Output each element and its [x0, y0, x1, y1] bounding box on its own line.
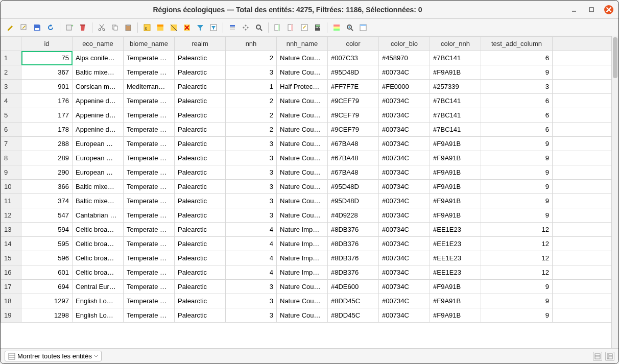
- cell-test_add_column[interactable]: 6: [481, 51, 553, 65]
- cell-nnh[interactable]: 3: [226, 294, 277, 308]
- cell-realm[interactable]: Palearctic: [175, 65, 226, 80]
- multi-edit-icon[interactable]: [18, 21, 30, 34]
- cell-test_add_column[interactable]: 12: [481, 223, 553, 237]
- table-row[interactable]: 13594Celtic broa…Temperate …Palearctic4N…: [1, 223, 618, 237]
- filter-form-icon[interactable]: [207, 21, 220, 34]
- cell-blank[interactable]: [553, 237, 618, 251]
- cell-blank[interactable]: [553, 123, 618, 137]
- cell-id[interactable]: 176: [21, 94, 73, 108]
- cell-biome_name[interactable]: Temperate …: [124, 165, 175, 180]
- cell-test_add_column[interactable]: 6: [481, 108, 553, 123]
- col-header-nnh_name[interactable]: nnh_name: [277, 37, 328, 51]
- cell-nnh[interactable]: 3: [226, 194, 277, 208]
- cell-eco_name[interactable]: Appenine d…: [73, 94, 124, 108]
- cell-color[interactable]: #9CEF79: [328, 123, 379, 137]
- cell-test_add_column[interactable]: 12: [481, 237, 553, 251]
- table-row[interactable]: 17694Central Eur…Temperate …Palearctic3N…: [1, 280, 618, 294]
- cell-biome_name[interactable]: Temperate …: [124, 308, 175, 323]
- cell-realm[interactable]: Palearctic: [175, 280, 226, 294]
- cell-color[interactable]: #95D48D: [328, 194, 379, 208]
- table-row[interactable]: 175Alps conife…Temperate …Palearctic2Nat…: [1, 51, 618, 65]
- cell-color[interactable]: #67BA48: [328, 165, 379, 180]
- cell-nnh[interactable]: 3: [226, 308, 277, 323]
- cell-realm[interactable]: Palearctic: [175, 208, 226, 223]
- table-container[interactable]: id eco_name biome_name realm nnh nnh_nam…: [1, 36, 618, 348]
- row-header[interactable]: 4: [1, 94, 21, 108]
- cell-blank[interactable]: [553, 251, 618, 265]
- cell-eco_name[interactable]: European …: [73, 151, 124, 165]
- cell-id[interactable]: 596: [21, 251, 73, 265]
- cell-color[interactable]: #8DB376: [328, 265, 379, 280]
- cell-id[interactable]: 601: [21, 265, 73, 280]
- cell-color[interactable]: #8DB376: [328, 223, 379, 237]
- edit-pencil-icon[interactable]: [5, 21, 17, 34]
- cell-realm[interactable]: Palearctic: [175, 294, 226, 308]
- dock-icon[interactable]: [357, 21, 369, 34]
- cell-biome_name[interactable]: Temperate …: [124, 223, 175, 237]
- table-row[interactable]: 15596Celtic broa…Temperate …Palearctic4N…: [1, 251, 618, 265]
- row-header[interactable]: 1: [1, 51, 21, 65]
- cell-color_nnh[interactable]: #EE1E23: [430, 251, 481, 265]
- row-header[interactable]: 6: [1, 123, 21, 137]
- cell-nnh_name[interactable]: Nature Cou…: [277, 65, 328, 80]
- attribute-table[interactable]: id eco_name biome_name realm nnh nnh_nam…: [1, 36, 618, 323]
- cell-id[interactable]: 595: [21, 237, 73, 251]
- row-header[interactable]: 18: [1, 294, 21, 308]
- cell-test_add_column[interactable]: 9: [481, 294, 553, 308]
- row-header[interactable]: 2: [1, 65, 21, 80]
- cell-nnh[interactable]: 3: [226, 208, 277, 223]
- cell-color_bio[interactable]: #00734C: [379, 251, 430, 265]
- table-row[interactable]: 4176Appenine d…Temperate …Palearctic2Nat…: [1, 94, 618, 108]
- cell-id[interactable]: 374: [21, 194, 73, 208]
- expression-select-icon[interactable]: ε: [141, 21, 153, 34]
- new-column-icon[interactable]: [272, 21, 284, 34]
- cell-color[interactable]: #8DB376: [328, 251, 379, 265]
- cell-color_bio[interactable]: #FE0000: [379, 80, 430, 94]
- cell-id[interactable]: 75: [21, 51, 73, 65]
- cell-color_nnh[interactable]: #EE1E23: [430, 265, 481, 280]
- cell-nnh_name[interactable]: Nature Cou…: [277, 208, 328, 223]
- save-icon[interactable]: [31, 21, 43, 34]
- cell-test_add_column[interactable]: 9: [481, 280, 553, 294]
- cell-color[interactable]: #95D48D: [328, 180, 379, 194]
- cell-realm[interactable]: Palearctic: [175, 165, 226, 180]
- cell-color_nnh[interactable]: #7BC141: [430, 94, 481, 108]
- cell-blank[interactable]: [553, 265, 618, 280]
- vertical-scrollbar[interactable]: [611, 36, 618, 348]
- form-view-icon[interactable]: [605, 352, 614, 361]
- cell-eco_name[interactable]: English Lo…: [73, 294, 124, 308]
- cell-biome_name[interactable]: Temperate …: [124, 108, 175, 123]
- cell-realm[interactable]: Palearctic: [175, 308, 226, 323]
- show-entities-dropdown[interactable]: Montrer toutes les entités: [5, 351, 102, 361]
- cell-color_bio[interactable]: #00734C: [379, 123, 430, 137]
- cell-biome_name[interactable]: Temperate …: [124, 265, 175, 280]
- cell-nnh_name[interactable]: Nature Cou…: [277, 108, 328, 123]
- conditional-format-icon[interactable]: [330, 21, 343, 34]
- cell-color[interactable]: #8DD45C: [328, 308, 379, 323]
- row-header[interactable]: 9: [1, 165, 21, 180]
- cell-id[interactable]: 288: [21, 137, 73, 151]
- table-row[interactable]: 10366Baltic mixe…Temperate …Palearctic3N…: [1, 180, 618, 194]
- row-header[interactable]: 11: [1, 194, 21, 208]
- table-row[interactable]: 2367Baltic mixe…Temperate …Palearctic3Na…: [1, 65, 618, 80]
- row-header[interactable]: 3: [1, 80, 21, 94]
- cell-nnh[interactable]: 4: [226, 237, 277, 251]
- cell-nnh_name[interactable]: Nature Imp…: [277, 251, 328, 265]
- col-header-id[interactable]: id: [21, 37, 73, 51]
- corner-header[interactable]: [1, 37, 21, 51]
- cell-nnh[interactable]: 3: [226, 137, 277, 151]
- cell-biome_name[interactable]: Temperate …: [124, 237, 175, 251]
- cell-color_bio[interactable]: #00734C: [379, 194, 430, 208]
- cell-nnh[interactable]: 1: [226, 80, 277, 94]
- row-header[interactable]: 14: [1, 237, 21, 251]
- col-header-eco_name[interactable]: eco_name: [73, 37, 124, 51]
- col-header-color_bio[interactable]: color_bio: [379, 37, 430, 51]
- cut-icon[interactable]: [96, 21, 108, 34]
- cell-color[interactable]: #67BA48: [328, 137, 379, 151]
- cell-id[interactable]: 367: [21, 65, 73, 80]
- table-view-icon[interactable]: [593, 352, 602, 361]
- cell-nnh[interactable]: 3: [226, 165, 277, 180]
- cell-realm[interactable]: Palearctic: [175, 94, 226, 108]
- cell-eco_name[interactable]: Celtic broa…: [73, 251, 124, 265]
- cell-color[interactable]: #4DE600: [328, 280, 379, 294]
